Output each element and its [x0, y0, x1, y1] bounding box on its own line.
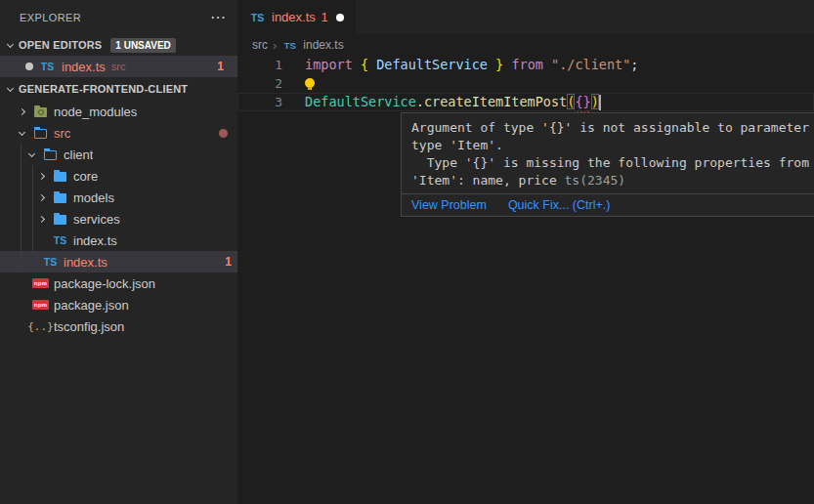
code-text: DefaultService.createItemItemPost({})	[282, 93, 601, 111]
npm-file-icon: npm	[32, 275, 49, 291]
unsaved-count-badge: 1 UNSAVED	[110, 38, 176, 53]
error-count-badge: 1	[217, 60, 230, 73]
tree-item-label: package.json	[54, 298, 129, 313]
view-problem-link[interactable]: View Problem	[411, 198, 487, 212]
hover-actions: View Problem Quick Fix... (Ctrl+.)	[402, 193, 814, 216]
tree-item-tsconfig-json[interactable]: {..}tsconfig.json	[0, 315, 237, 337]
breadcrumb-folder[interactable]: src	[252, 38, 268, 52]
code-token: "./client"	[551, 57, 630, 72]
npm-file-icon: npm	[32, 297, 49, 313]
folder-icon	[52, 168, 68, 184]
typescript-file-icon: TS	[42, 254, 59, 270]
code-token: import	[305, 57, 353, 72]
modified-dot-icon	[25, 63, 33, 70]
tree-item-label: index.ts	[64, 255, 107, 270]
chevron-right-icon[interactable]	[35, 217, 47, 222]
line-number: 2	[237, 74, 282, 93]
chevron-right-icon[interactable]	[35, 174, 47, 179]
error-line: 'Item': name, price ts(2345)	[411, 172, 814, 189]
tab-label: index.ts	[272, 10, 316, 24]
tab-error-count: 1	[321, 11, 328, 24]
code-token: createItemItemPost	[424, 94, 567, 109]
tab-bar: TS index.ts 1	[237, 0, 814, 34]
open-editor-file-path: src	[111, 61, 126, 72]
code-line-2[interactable]: 2	[237, 74, 814, 93]
breadcrumb-file[interactable]: index.ts	[303, 38, 343, 52]
tree-item-node-modules[interactable]: node_modules	[0, 101, 237, 122]
open-editors-label: OPEN EDITORS	[19, 39, 102, 51]
open-editor-item-index-ts[interactable]: TS index.ts src 1	[0, 56, 237, 77]
tree-item-core[interactable]: core	[0, 165, 237, 187]
code-text: import { DefaultService } from "./client…	[282, 56, 638, 74]
code-token: )	[591, 94, 599, 109]
chevron-right-icon: ›	[273, 38, 277, 53]
folder-icon	[52, 211, 68, 227]
tree-item-label: client	[64, 147, 93, 162]
workspace-section-header[interactable]: GENERATE-FRONTEND-CLIENT	[0, 77, 237, 101]
code-token	[543, 57, 551, 72]
tree-item-package-json[interactable]: npmpackage.json	[0, 294, 237, 315]
error-code: ts(2345)	[565, 173, 626, 188]
more-actions-icon[interactable]: ⋯	[210, 10, 226, 25]
node-modules-folder-icon	[32, 104, 49, 119]
quick-fix-link[interactable]: Quick Fix... (Ctrl+.)	[508, 198, 611, 212]
code-text	[282, 74, 315, 93]
code-token: {	[361, 57, 368, 72]
error-count-badge: 1	[225, 255, 237, 269]
indent-guide	[32, 165, 33, 251]
line-number: 1	[237, 56, 282, 74]
chevron-down-icon[interactable]	[4, 44, 16, 47]
lightbulb-icon[interactable]	[305, 78, 315, 88]
explorer-title: EXPLORER	[20, 12, 210, 23]
breadcrumb: src › TS index.ts	[237, 34, 814, 56]
tree-item-services[interactable]: services	[0, 208, 237, 230]
tree-item-label: src	[54, 126, 70, 141]
typescript-file-icon: TS	[52, 232, 68, 248]
tree-item-label: services	[73, 212, 120, 227]
tree-item-index-ts[interactable]: TSindex.ts	[0, 230, 237, 251]
error-line: Type '{}' is missing the following prope…	[411, 154, 814, 172]
tree-item-index-ts[interactable]: TSindex.ts1	[0, 251, 237, 273]
code-token	[353, 57, 361, 72]
chevron-down-icon[interactable]	[25, 153, 37, 156]
code-line-3[interactable]: 3DefaultService.createItemItemPost({})	[237, 93, 814, 111]
tree-item-client[interactable]: client	[0, 144, 237, 165]
workspace-name: GENERATE-FRONTEND-CLIENT	[19, 83, 188, 95]
open-editor-file-name: index.ts	[62, 60, 106, 74]
tree-item-label: core	[73, 169, 98, 184]
error-line: Argument of type '{}' is not assignable …	[411, 119, 814, 137]
indent-guide	[21, 144, 21, 273]
typescript-file-icon: TS	[39, 59, 56, 74]
tree-item-label: models	[73, 190, 114, 205]
explorer-header: EXPLORER ⋯	[0, 0, 237, 34]
code-editor[interactable]: 1import { DefaultService } from "./clien…	[237, 56, 814, 111]
code-token: from	[511, 57, 543, 72]
chevron-down-icon[interactable]	[16, 132, 27, 135]
text-cursor	[599, 95, 601, 110]
error-message: Argument of type '{}' is not assignable …	[402, 113, 814, 193]
tree-item-package-lock-json[interactable]: npmpackage-lock.json	[0, 273, 237, 294]
folder-icon	[52, 189, 68, 205]
tree-item-label: node_modules	[54, 105, 137, 119]
editor-group: TS index.ts 1 src › TS index.ts 1import …	[237, 0, 814, 504]
error-line: type 'Item'.	[411, 137, 814, 154]
tree-item-src[interactable]: src	[0, 122, 237, 144]
chevron-right-icon[interactable]	[16, 109, 27, 114]
typescript-file-icon: TS	[281, 37, 298, 53]
unsaved-dot-icon[interactable]	[336, 14, 344, 21]
tab-index-ts[interactable]: TS index.ts 1	[237, 0, 356, 34]
open-editors-section-header[interactable]: OPEN EDITORS 1 UNSAVED	[0, 34, 237, 56]
tree-item-label: index.ts	[73, 233, 117, 248]
typescript-file-icon: TS	[249, 10, 266, 25]
code-line-1[interactable]: 1import { DefaultService } from "./clien…	[237, 56, 814, 74]
code-token: DefaultService	[368, 57, 495, 72]
modified-dot-icon	[219, 129, 228, 138]
explorer-sidebar: EXPLORER ⋯ OPEN EDITORS 1 UNSAVED TS ind…	[0, 0, 237, 504]
chevron-right-icon[interactable]	[35, 195, 47, 200]
code-token: DefaultService	[305, 94, 416, 109]
json-config-icon: {..}	[32, 318, 49, 334]
chevron-down-icon[interactable]	[4, 88, 16, 91]
tree-item-models[interactable]: models	[0, 187, 237, 208]
tree-item-label: tsconfig.json	[54, 319, 124, 334]
error-hover-tooltip: Argument of type '{}' is not assignable …	[401, 112, 814, 217]
